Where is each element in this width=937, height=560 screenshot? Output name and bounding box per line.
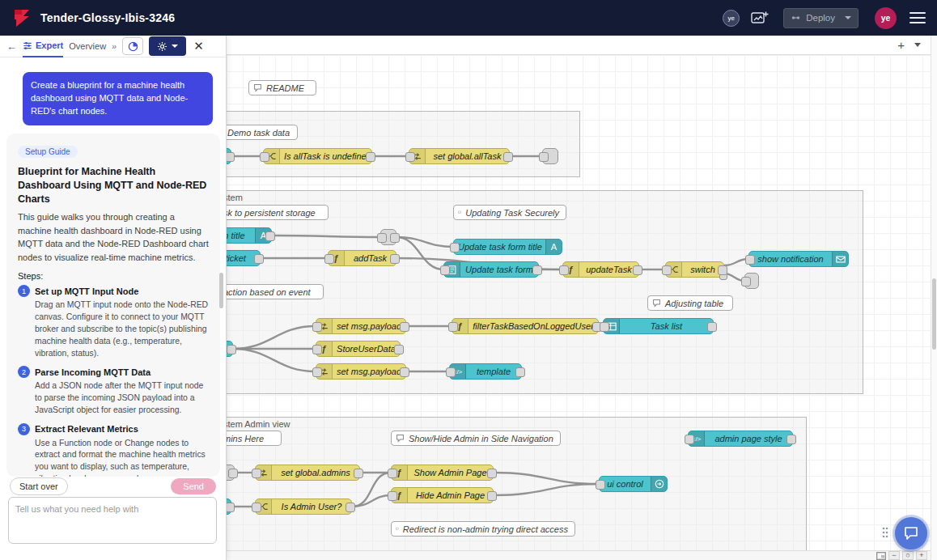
presence-badge[interactable]: ye xyxy=(723,10,740,27)
zoom-out-button[interactable]: − xyxy=(888,551,900,560)
flow-node-filter-task[interactable]: ƒ filterTaskBasedOnLoggedUser xyxy=(452,318,599,334)
minimap-icon[interactable] xyxy=(876,552,886,560)
flow-node-link-edge[interactable] xyxy=(227,341,233,357)
settings-dropdown-button[interactable] xyxy=(149,36,186,56)
node-label: Is Admin User? xyxy=(272,502,351,511)
flow-node-add-task[interactable]: ƒ addTask xyxy=(328,250,396,266)
node-label: filterTaskBasedOnLoggedUser xyxy=(468,321,598,331)
chart-button[interactable] xyxy=(122,37,143,55)
comment-persistent-storage[interactable]: sk to persistent storage xyxy=(227,205,329,220)
flow-node-show-admin[interactable]: ƒ Show Admin Page xyxy=(391,465,494,481)
comment-action-event[interactable]: action based on event xyxy=(227,284,324,299)
tab-expert[interactable]: Expert xyxy=(23,36,63,57)
flow-node-set-payload-2[interactable]: set msg.payload xyxy=(316,363,406,380)
gear-icon xyxy=(157,41,167,52)
flow-node-is-admin[interactable]: Is Admin User? xyxy=(255,498,352,515)
comment-show-hide-admin[interactable]: Show/Hide Admin in Side Navigation xyxy=(391,431,561,446)
flow-node-form-title[interactable]: m title A xyxy=(227,227,272,244)
flow-node-is-alltask[interactable]: Is allTask is undefined xyxy=(263,148,372,164)
flow-list-caret-icon[interactable] xyxy=(914,43,921,47)
step-desc: Drag an MQTT input node onto the Node-RE… xyxy=(35,299,209,359)
flow-node-update-form-title[interactable]: Update task form title A xyxy=(453,239,562,255)
form-icon xyxy=(444,262,460,277)
user-avatar[interactable]: ye xyxy=(875,7,897,29)
flow-node-link-edge[interactable] xyxy=(227,498,231,515)
zoom-reset-button[interactable]: ○ xyxy=(902,551,914,560)
flow-node-store-user[interactable]: ƒ StoreUserData xyxy=(316,341,401,357)
code-icon: </> xyxy=(689,431,705,446)
node-label: Update task form title xyxy=(454,242,545,252)
flow-node-link-out[interactable] xyxy=(542,148,558,164)
drag-handle-icon[interactable] xyxy=(881,526,889,542)
screenshot-icon[interactable] xyxy=(751,11,769,25)
group-label: stem xyxy=(227,193,243,202)
guide-step: 3 Extract Relevant Metrics Use a Functio… xyxy=(18,423,209,477)
add-flow-button[interactable]: + xyxy=(897,38,905,52)
step-number: 1 xyxy=(18,285,30,297)
node-label: Update task form xyxy=(460,265,538,274)
flow-node-hide-admin[interactable]: ƒ Hide Admin Page xyxy=(391,487,494,503)
flow-node-set-payload-1[interactable]: set msg.payload xyxy=(316,318,406,334)
node-label: StoreUserData xyxy=(333,344,400,354)
node-label: ui control xyxy=(600,479,651,489)
flow-node-ui-control[interactable]: ui control xyxy=(599,476,668,492)
comment-admins-here[interactable]: mins Here xyxy=(227,431,282,446)
comment-readme[interactable]: README xyxy=(248,80,316,95)
chat-input[interactable] xyxy=(8,497,217,544)
flow-node-set-alltask[interactable]: set global.allTask xyxy=(409,148,510,164)
comment-redirect-nonadmin[interactable]: Redirect is non-admin trying direct acce… xyxy=(391,521,575,537)
node-label: set msg.payload xyxy=(333,321,405,331)
node-label: switch xyxy=(682,265,723,274)
back-arrow-icon[interactable]: ← xyxy=(6,40,17,53)
flow-canvas[interactable]: + stem stem Admin view xyxy=(227,36,931,560)
send-button[interactable]: Send xyxy=(171,478,216,494)
node-label: Task list xyxy=(620,321,713,331)
more-tabs-icon[interactable]: » xyxy=(112,41,117,51)
zoom-in-button[interactable]: + xyxy=(916,551,927,560)
comment-label: Show/Hide Admin in Side Navigation xyxy=(409,434,553,443)
flow-node-switch[interactable]: switch xyxy=(665,261,724,278)
assistant-chat-button[interactable] xyxy=(895,517,927,549)
comment-label: action based on event xyxy=(227,287,311,297)
canvas-scrollbar[interactable] xyxy=(931,36,937,560)
flow-node-link-out[interactable] xyxy=(744,273,759,289)
close-icon[interactable]: ✕ xyxy=(193,39,204,53)
function-icon: ƒ xyxy=(563,262,579,277)
flow-node-set-admins[interactable]: set global.admins xyxy=(255,465,360,481)
flow-node-link-edge[interactable] xyxy=(227,148,231,164)
node-label: show notification xyxy=(749,254,832,264)
comment-adjusting-table[interactable]: Adjusting table xyxy=(647,295,733,311)
comment-demo-task-data[interactable]: Demo task data xyxy=(227,125,298,140)
deploy-button[interactable]: Deploy xyxy=(783,8,859,28)
flow-node-link[interactable] xyxy=(380,229,396,245)
group-demo-task-data[interactable] xyxy=(227,111,580,177)
comment-icon xyxy=(396,434,405,443)
panel-scrollbar[interactable] xyxy=(219,273,223,308)
assistant-panel: ← Expert Overview » ✕ Create a xyxy=(0,36,227,560)
flow-node-ticket[interactable]: ticket xyxy=(227,250,261,266)
flow-node-show-notification[interactable]: show notification xyxy=(748,251,849,267)
menu-icon[interactable] xyxy=(909,9,926,27)
output-port[interactable] xyxy=(719,272,727,280)
change-icon xyxy=(409,149,426,163)
flow-node-link-edge[interactable] xyxy=(227,465,235,481)
steps-label: Steps: xyxy=(18,271,209,281)
flow-node-update-task[interactable]: ƒ updateTask xyxy=(562,261,639,278)
top-bar: Tender-Glossy-Ibis-3246 ye Deploy ye xyxy=(0,0,937,36)
comment-updating-securely[interactable]: Updating Task Securely xyxy=(453,205,566,220)
node-label: set msg.payload xyxy=(333,367,405,376)
deploy-caret-icon[interactable] xyxy=(845,16,851,19)
scrollbar-thumb[interactable] xyxy=(932,278,936,350)
start-over-button[interactable]: Start over xyxy=(10,477,68,495)
flow-node-task-list[interactable]: Task list xyxy=(603,318,714,334)
switch-icon xyxy=(264,149,280,163)
tab-overview[interactable]: Overview xyxy=(69,36,106,57)
flow-node-template[interactable]: </> template xyxy=(449,363,522,380)
comment-label: Demo task data xyxy=(227,128,290,138)
flow-node-update-form[interactable]: Update task form xyxy=(443,261,539,278)
guide-step: 2 Parse Incoming MQTT Data Add a JSON no… xyxy=(18,366,209,416)
flow-node-admin-style[interactable]: </> admin page style xyxy=(688,431,793,447)
pipeline-icon xyxy=(791,13,801,23)
comment-label: Updating Task Securely xyxy=(465,208,559,218)
node-label: admin page style xyxy=(705,434,792,443)
